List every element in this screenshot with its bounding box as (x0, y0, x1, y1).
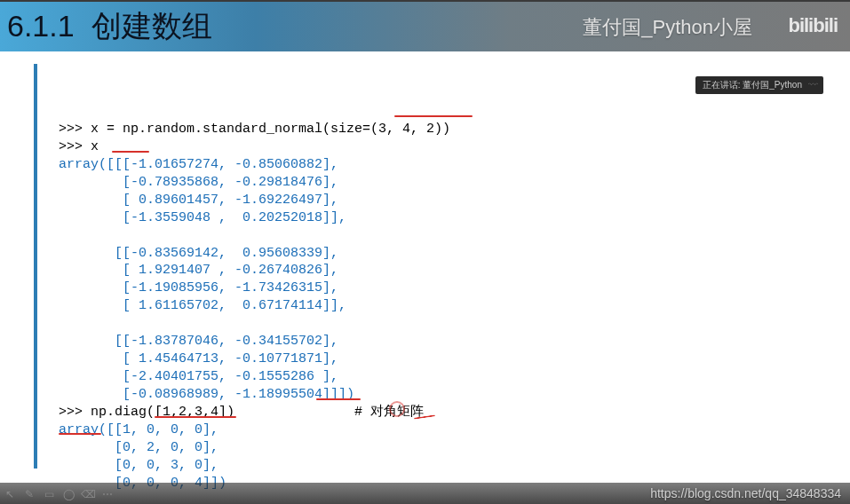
code-output: [-1.19085956, -1.73426315], (59, 280, 338, 295)
code-output: array([[[-1.01657274, -0.85060882], (59, 157, 338, 172)
cursor-tool-icon[interactable]: ↖ (4, 488, 16, 500)
annotation-underline (394, 115, 473, 117)
code-line: >>> x = np.random.standard_normal(size=(… (59, 122, 450, 137)
code-output: [0, 2, 0, 0], (59, 440, 218, 455)
section-number: 6.1.1 (7, 9, 75, 43)
code-output: [[-1.83787046, -0.34155702], (59, 334, 338, 349)
code-output: [ 1.45464713, -0.10771871], (59, 351, 338, 366)
shape-tool-icon[interactable]: ◯ (62, 488, 75, 500)
highlight-tool-icon[interactable]: ▭ (43, 488, 55, 500)
code-output: [ 1.9291407 , -0.26740826], (59, 263, 338, 278)
code-output: [-0.78935868, -0.29818476], (59, 175, 338, 190)
section-name: 创建数组 (91, 9, 212, 43)
erase-tool-icon[interactable]: ⌫ (82, 488, 94, 500)
annotation-toolbar[interactable]: ↖ ✎ ▭ ◯ ⌫ ⋯ (4, 488, 114, 500)
code-output: [ 1.61165702, 0.67174114]], (59, 298, 346, 313)
pen-tool-icon[interactable]: ✎ (23, 488, 36, 500)
slide-content: >>> x = np.random.standard_normal(size=(… (34, 64, 832, 469)
code-output: [-0.08968989, -1.18995504]]]) (59, 387, 354, 402)
code-line: >>> x (59, 139, 99, 154)
code-output: [0, 0, 3, 0], (59, 458, 218, 473)
code-output: [ 0.89601457, -1.69226497], (59, 193, 338, 208)
annotation-underline (155, 416, 236, 418)
annotation-underline (316, 398, 361, 400)
code-block: >>> x = np.random.standard_normal(size=(… (59, 103, 832, 504)
code-output: [-2.40401755, -0.1555286 ], (59, 369, 338, 384)
more-tool-icon[interactable]: ⋯ (101, 488, 114, 500)
slide-header: 6.1.1 创建数组 董付国_Python小屋 bilibili (0, 2, 850, 51)
annotation-circle (389, 401, 405, 417)
code-output: [-1.3559048 , 0.20252018]], (59, 210, 346, 225)
channel-name: 董付国_Python小屋 (583, 14, 752, 41)
annotation-underline (112, 151, 149, 153)
annotation-underline (59, 433, 101, 435)
section-title: 6.1.1 创建数组 (7, 6, 212, 47)
code-line: >>> np.diag([1,2,3,4]) # 对角矩阵 (59, 405, 424, 420)
code-output: array([[1, 0, 0, 0], (59, 422, 218, 437)
watermark: https://blog.csdn.net/qq_34848334 (650, 486, 841, 500)
code-output: [[-0.83569142, 0.95608339], (59, 246, 338, 261)
bilibili-logo: bilibili (788, 14, 838, 37)
